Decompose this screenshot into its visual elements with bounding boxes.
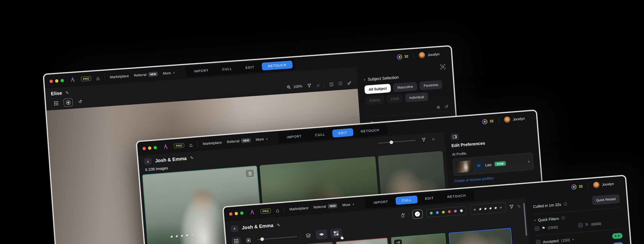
home-icon[interactable]: ⌂ [276, 207, 279, 213]
collapse-button[interactable]: ∧ [230, 225, 238, 232]
ai-profile-select[interactable]: Lr Leo RAW ∨ [453, 153, 534, 176]
sort-icon[interactable]: ↓↑ [316, 83, 319, 87]
add-subject-icon[interactable]: ⊕ [436, 104, 440, 110]
tab-import[interactable]: IMPORT [367, 197, 394, 207]
filter-icon[interactable] [509, 204, 514, 209]
rating-operator[interactable]: = [473, 207, 476, 212]
subject-feminine[interactable]: Feminine [419, 80, 442, 90]
face-detect-icon[interactable] [440, 64, 446, 69]
tab-import[interactable]: IMPORT [280, 132, 308, 142]
flagged-checkbox[interactable] [535, 226, 540, 231]
credits[interactable]: 32 [397, 54, 409, 60]
user-menu[interactable]: Jocelyn [418, 51, 440, 59]
nav-referral[interactable]: ReferralNEW [313, 203, 337, 209]
thumbnail-size-slider[interactable] [378, 140, 416, 144]
nav-marketplace[interactable]: Marketplace [110, 74, 129, 79]
star-icon[interactable]: ★ [483, 206, 487, 211]
sort-icon[interactable]: ↑↓ [432, 137, 435, 141]
maximize-button[interactable] [153, 146, 157, 149]
nav-marketplace[interactable]: Marketplace [203, 140, 222, 146]
nav-referral[interactable]: ReferralNEW [227, 138, 251, 144]
zoom-control[interactable]: 100% [287, 84, 302, 89]
slider-knob[interactable] [260, 237, 264, 241]
pencil-icon[interactable]: ✎ [65, 90, 69, 95]
user-menu[interactable]: Jocelyn [593, 180, 614, 188]
pencil-icon[interactable]: ✎ [277, 223, 280, 228]
nav-more[interactable]: More∨ [256, 137, 268, 142]
credits-icon [571, 184, 577, 190]
caret-down-icon[interactable]: ▾ [572, 238, 574, 241]
star-rating[interactable]: ★★★★★ [170, 233, 194, 239]
home-icon[interactable]: ⌂ [96, 75, 100, 81]
subject-individual[interactable]: Individual [405, 92, 428, 102]
star-icon[interactable]: ★ [494, 205, 497, 210]
pencil-icon[interactable]: ✎ [190, 155, 194, 160]
collapse-button[interactable]: ∧ [144, 158, 152, 165]
info-icon[interactable]: ⓘ [564, 202, 567, 206]
subject-masculine[interactable]: Masculine [393, 82, 417, 92]
tab-edit[interactable]: EDIT [419, 193, 440, 203]
credits[interactable]: 32 [571, 184, 583, 190]
minimize-button[interactable] [55, 79, 58, 83]
minimize-button[interactable] [234, 212, 238, 215]
single-view-icon[interactable] [244, 236, 253, 244]
quick-restart-button[interactable]: Quick Restart [592, 194, 620, 205]
tab-retouch-active[interactable]: RETOUCH [262, 60, 293, 70]
accepted-checkbox[interactable] [536, 240, 541, 244]
stack-layers-icon[interactable] [303, 231, 313, 240]
slider-knob[interactable] [389, 140, 393, 144]
panel-toggle-icon[interactable] [451, 133, 459, 140]
maximize-button[interactable] [60, 79, 64, 82]
info-icon[interactable]: ⓘ [338, 81, 342, 86]
reset-icon[interactable]: ↺ [445, 104, 449, 110]
filter-icon[interactable] [307, 83, 311, 88]
grid-view-icon-active[interactable] [231, 237, 241, 244]
spray-icon[interactable] [400, 213, 405, 218]
delete-button[interactable] [245, 169, 255, 178]
nav-more[interactable]: More∨ [163, 71, 175, 75]
star-icon[interactable]: ★ [488, 206, 492, 211]
color-dot-red[interactable] [448, 210, 451, 213]
grid-view-icon[interactable] [51, 99, 61, 108]
user-menu[interactable]: Jocelyn [504, 115, 525, 123]
tab-retouch[interactable]: RETOUCH [441, 191, 472, 201]
tab-edit[interactable]: EDIT [239, 63, 261, 72]
nav-referral[interactable]: ReferralNEW [134, 72, 158, 78]
nav-marketplace[interactable]: Marketplace [289, 206, 309, 211]
sort-icon[interactable]: ↑↓ [517, 204, 520, 208]
color-dot-yellow[interactable] [442, 211, 445, 214]
single-view-icon-active[interactable] [63, 98, 73, 107]
flat-layers-button[interactable] [315, 229, 328, 239]
unflagged-checkbox[interactable] [578, 223, 583, 228]
tab-retouch[interactable]: RETOUCH [354, 125, 386, 135]
home-icon[interactable]: ⌂ [189, 142, 193, 148]
nav-more[interactable]: More∨ [342, 202, 354, 207]
color-dot-purple[interactable] [454, 210, 457, 213]
color-dot-gray[interactable] [460, 209, 463, 212]
filter-icon[interactable] [422, 137, 426, 142]
tab-cull[interactable]: CULL [309, 130, 331, 139]
info-icon[interactable]: ⓘ [561, 216, 565, 220]
tab-cull-active[interactable]: CULL [395, 195, 418, 205]
star-icon[interactable]: ★ [478, 207, 482, 212]
close-button[interactable] [229, 212, 232, 216]
star-icon-dim[interactable]: ★ [499, 205, 502, 210]
tab-cull[interactable]: CULL [216, 64, 238, 74]
select-check-button[interactable]: ✓ [412, 209, 423, 219]
close-button[interactable] [49, 80, 53, 83]
minimize-button[interactable] [148, 146, 151, 150]
survey-mode-button[interactable] [330, 228, 342, 238]
key-icon[interactable] [347, 80, 352, 85]
history-icon[interactable]: ↺ [75, 97, 85, 106]
compare-icon[interactable]: ◫ [329, 81, 334, 87]
tab-import[interactable]: IMPORT [188, 66, 215, 76]
credits[interactable]: 32 [482, 118, 494, 125]
color-dot-green[interactable] [430, 212, 433, 215]
subject-all-active[interactable]: All Subject [364, 84, 391, 94]
tab-edit-active[interactable]: EDIT [332, 128, 353, 137]
thumbnail-size-slider[interactable] [257, 236, 298, 240]
color-dot-blue[interactable] [436, 211, 439, 214]
maximize-button[interactable] [240, 211, 244, 215]
close-button[interactable] [142, 147, 146, 150]
avatar [593, 182, 600, 189]
